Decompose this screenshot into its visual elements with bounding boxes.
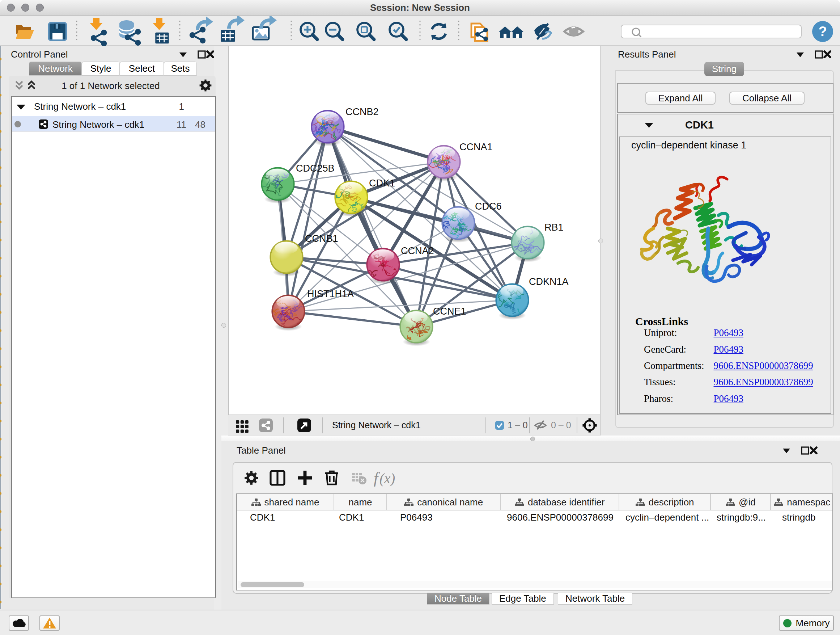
svg-text:String Network – cdk1: String Network – cdk1 xyxy=(332,420,421,430)
svg-text:CCNA1: CCNA1 xyxy=(459,141,493,152)
svg-text:CCNE1: CCNE1 xyxy=(433,306,466,317)
svg-text:CDKN1A: CDKN1A xyxy=(529,276,569,287)
svg-text:CCNB2: CCNB2 xyxy=(346,106,379,117)
svg-text:CCNA2: CCNA2 xyxy=(401,245,434,256)
svg-text:(x): (x) xyxy=(379,470,395,486)
svg-text:RB1: RB1 xyxy=(545,222,564,233)
svg-text:CDK1: CDK1 xyxy=(369,178,395,188)
svg-text:1 of 1 Network selected: 1 of 1 Network selected xyxy=(62,80,160,91)
svg-text:CDC25B: CDC25B xyxy=(296,163,335,174)
svg-text:CDC6: CDC6 xyxy=(475,201,502,212)
svg-text:?: ? xyxy=(818,24,827,39)
svg-text:0 – 0: 0 – 0 xyxy=(551,420,571,430)
svg-text:CCNB1: CCNB1 xyxy=(305,233,338,244)
svg-text:1 – 0: 1 – 0 xyxy=(508,420,528,430)
svg-text:HIST1H1A: HIST1H1A xyxy=(307,288,354,299)
